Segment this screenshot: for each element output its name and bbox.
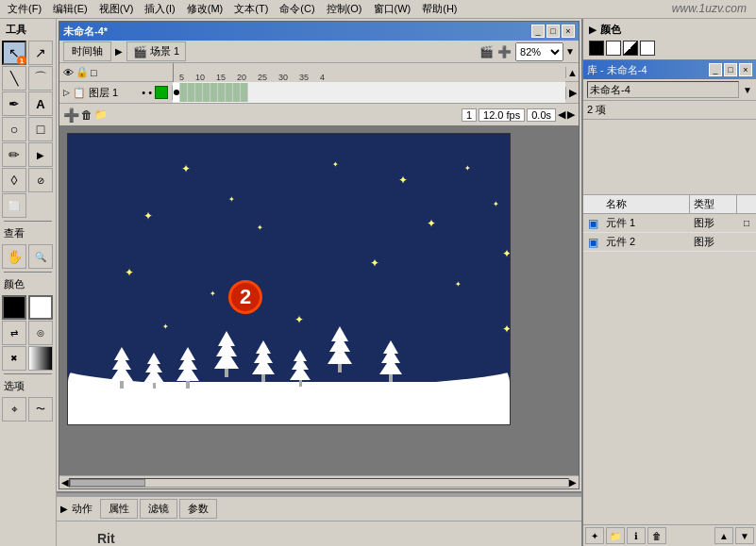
black-swatch[interactable] [589, 41, 604, 56]
library-restore-btn[interactable]: □ [724, 63, 737, 76]
edit-scene-icon[interactable]: 🎬 [479, 45, 494, 58]
scroll-left-btn[interactable]: ◀ [61, 477, 69, 488]
menu-help[interactable]: 帮助(H) [416, 0, 462, 18]
h-scroll-thumb[interactable] [70, 479, 145, 487]
zoom-tool-btn[interactable]: 🔍 [28, 244, 53, 269]
toolbar-divider-2 [4, 272, 52, 273]
hand-tool-btn[interactable]: ✋ [2, 244, 26, 269]
lasso-tool-btn[interactable]: ⌒ [28, 66, 53, 91]
outline-icon[interactable]: □ [91, 67, 97, 78]
tab-properties[interactable]: 属性 [100, 499, 138, 519]
scene-tab[interactable]: 🎬 场景 1 [126, 41, 186, 61]
minimize-btn[interactable]: _ [531, 25, 545, 38]
library-name-input[interactable] [587, 81, 739, 98]
add-layer-btn[interactable]: ➕ [63, 108, 79, 123]
bottom-expand-btn[interactable]: ▶ [60, 504, 68, 514]
frame-3[interactable] [188, 83, 195, 102]
expand-timeline-icon[interactable]: ▶ [115, 46, 123, 57]
delete-layer-btn[interactable]: 🗑 [81, 108, 92, 122]
menu-edit[interactable]: 编辑(E) [47, 0, 93, 18]
zoom-dropdown-icon[interactable]: ▼ [565, 46, 575, 57]
fill-color-btn[interactable] [28, 295, 53, 320]
library-close-btn[interactable]: × [739, 63, 752, 76]
default-colors-btn[interactable]: ◎ [28, 321, 53, 345]
frame-forward-btn[interactable]: ▶ [567, 108, 575, 121]
lock-icon[interactable]: 🔒 [76, 66, 89, 78]
eyedrop-tool-btn[interactable]: ⊘ [28, 168, 53, 192]
scroll-right-btn[interactable]: ▶ [565, 87, 579, 99]
fill-icon: ◊ [11, 173, 18, 188]
arrow-tool-btn[interactable]: ↖ 1 [2, 41, 26, 65]
layer-1-eye[interactable]: • [142, 87, 145, 98]
layer-1-icon: 📋 [73, 87, 86, 99]
frame-6[interactable] [210, 83, 218, 102]
doc-window: 未命名-4* _ □ × 时间轴 ▶ 🎬 场景 1 🎬 ➕ [59, 21, 580, 489]
frame-10[interactable] [241, 83, 248, 102]
folder-layer-btn[interactable]: 📁 [94, 108, 108, 121]
menu-file[interactable]: 文件(F) [2, 0, 47, 18]
none-stroke-btn[interactable]: ✖ [2, 346, 26, 371]
pen-tool-btn[interactable]: ✒ [2, 91, 26, 116]
menu-insert[interactable]: 插入(I) [139, 0, 180, 18]
layer-1-expand-icon[interactable]: ▷ [63, 88, 70, 97]
frame-7[interactable] [218, 83, 226, 102]
frame-8[interactable] [226, 83, 233, 102]
pencil-tool-btn[interactable]: ✏ [2, 142, 26, 167]
menu-view[interactable]: 视图(V) [93, 0, 140, 18]
frame-4[interactable] [195, 83, 203, 102]
h-scrollbar[interactable]: ◀ ▶ [59, 475, 579, 488]
library-minimize-btn[interactable]: _ [709, 63, 722, 76]
tab-filters[interactable]: 滤镜 [140, 499, 177, 519]
line-tool-btn[interactable]: ╲ [2, 66, 26, 91]
menu-text[interactable]: 文本(T) [228, 0, 274, 18]
lib-scroll-down-btn[interactable]: ▼ [735, 527, 754, 544]
gradient-btn[interactable] [28, 346, 53, 371]
frame-5[interactable] [203, 83, 210, 102]
brush-tool-btn[interactable]: ▶ [28, 142, 53, 167]
menu-modify[interactable]: 修改(M) [181, 0, 229, 18]
frame-2[interactable] [180, 83, 188, 102]
eraser-tool-btn[interactable]: ⬜ [2, 193, 26, 218]
snap-btn[interactable]: ⌖ [2, 397, 26, 422]
tab-params[interactable]: 参数 [179, 499, 217, 519]
library-options-btn[interactable]: ▼ [743, 85, 752, 95]
layer-1-lock[interactable]: • [148, 87, 152, 98]
lib-properties-btn[interactable]: ℹ [627, 527, 646, 544]
lib-delete-btn[interactable]: 🗑 [647, 527, 666, 544]
close-btn[interactable]: × [562, 25, 575, 38]
fill-tool-btn[interactable]: ◊ [2, 168, 26, 192]
frame-1[interactable] [173, 83, 180, 102]
swap-colors-btn[interactable]: ⇄ [2, 321, 26, 345]
scroll-up-btn[interactable]: ▲ [565, 67, 579, 78]
color-expand-icon[interactable]: ▶ [589, 25, 596, 35]
lib-new-folder-btn[interactable]: 📁 [606, 527, 625, 544]
text-tool-btn[interactable]: A [28, 91, 53, 116]
rect-tool-btn[interactable]: □ [28, 117, 53, 141]
lib-new-symbol-btn[interactable]: ✦ [585, 527, 604, 544]
layer-controls-bottom: ➕ 🗑 📁 1 12.0 fps 0.0s ◀ ▶ [59, 103, 579, 125]
smooth-btn[interactable]: 〜 [28, 397, 53, 422]
menu-control[interactable]: 控制(O) [321, 0, 368, 18]
restore-btn[interactable]: □ [546, 25, 560, 38]
eye-icon[interactable]: 👁 [63, 67, 74, 78]
oval-tool-btn[interactable]: ○ [2, 117, 26, 141]
timeline-tab[interactable]: 时间轴 [63, 41, 111, 61]
swap-swatch-btn[interactable] [623, 41, 638, 56]
layer-1-color[interactable] [155, 86, 168, 99]
frame-9[interactable] [233, 83, 241, 102]
scroll-right-end-btn[interactable]: ▶ [569, 477, 577, 488]
h-scroll-track[interactable] [69, 478, 569, 488]
add-scene-icon[interactable]: ➕ [497, 45, 512, 58]
menu-window[interactable]: 窗口(W) [368, 0, 417, 18]
subselect-tool-btn[interactable]: ↗ [28, 41, 53, 65]
frame-back-btn[interactable]: ◀ [558, 108, 565, 121]
white-swatch[interactable] [606, 41, 621, 56]
lib-row-1[interactable]: ▣ 元件 1 图形 □ [583, 214, 756, 233]
fill-swatch[interactable] [640, 41, 655, 56]
doc-title: 未命名-4* [63, 25, 108, 39]
lib-row-2[interactable]: ▣ 元件 2 图形 [583, 233, 756, 252]
zoom-select[interactable]: 82% 25% 50% 75% 100% [515, 42, 563, 61]
lib-scroll-up-btn[interactable]: ▲ [714, 527, 733, 544]
stroke-color-btn[interactable] [2, 295, 26, 320]
menu-command[interactable]: 命令(C) [274, 0, 320, 18]
